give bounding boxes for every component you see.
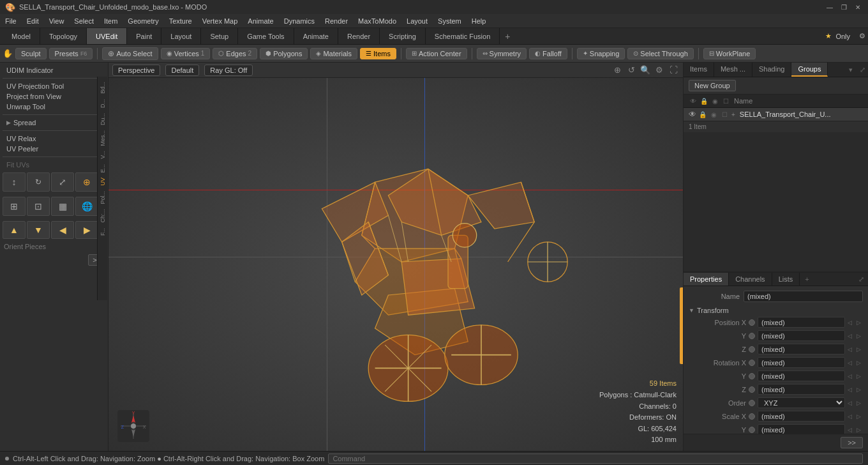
tab-groups[interactable]: Groups (791, 63, 828, 77)
viewport-fit-icon[interactable]: ⊕ (611, 65, 623, 76)
right-panel-expand[interactable]: ⤢ (857, 63, 868, 77)
menu-system[interactable]: System (433, 14, 467, 27)
menu-item[interactable]: Item (99, 14, 123, 27)
side-strip-uv[interactable]: UV (100, 175, 106, 188)
side-strip-chr[interactable]: Ch:... (100, 206, 106, 225)
falloff-button[interactable]: ◐ Falloff (529, 48, 567, 59)
arrow-left-btn[interactable]: ◀ (51, 221, 74, 239)
arrow-down-btn[interactable]: ▼ (27, 221, 50, 239)
side-strip-bd[interactable]: Bd... (100, 79, 106, 96)
menu-layout[interactable]: Layout (401, 14, 433, 27)
menu-file[interactable]: File (0, 14, 22, 27)
uv-grid-icon[interactable]: ⊡ (27, 197, 50, 216)
side-strip-e[interactable]: E... (100, 162, 106, 176)
maximize-button[interactable]: ❒ (839, 2, 849, 12)
right-tab-dropdown[interactable]: ▾ (845, 63, 857, 77)
order-select[interactable]: XYZ (758, 397, 845, 408)
rot-y-value[interactable]: (mixed) (758, 370, 845, 381)
item-eye-icon[interactable]: 👁 (689, 110, 696, 119)
rot-x-value[interactable]: (mixed) (758, 357, 845, 368)
auto-select-button[interactable]: ⊕ Auto Select (102, 47, 158, 60)
polygons-button[interactable]: ⬢ Polygons (260, 48, 308, 59)
props-tab-channels[interactable]: Channels (729, 273, 772, 286)
tab-topology[interactable]: Topology (40, 28, 87, 44)
scale-x-value[interactable]: (mixed) (758, 411, 845, 422)
tab-setup[interactable]: Setup (201, 28, 238, 44)
rotate-tool-icon[interactable]: ↻ (27, 172, 50, 192)
tab-schematic-fusion[interactable]: Schematic Fusion (426, 28, 500, 44)
grid-icon[interactable]: ⊞ (3, 197, 26, 216)
menu-help[interactable]: Help (467, 14, 491, 27)
props-tab-add[interactable]: + (800, 273, 814, 286)
side-strip-f[interactable]: F... (100, 225, 106, 238)
item-render-icon[interactable]: ☐ (720, 110, 729, 119)
minimize-button[interactable]: — (825, 2, 835, 12)
name-prop-input[interactable] (744, 291, 863, 302)
scale-tool-icon[interactable]: ⤢ (51, 172, 74, 192)
viewport-zoom-icon[interactable]: 🔍 (640, 65, 651, 76)
menu-vertex-map[interactable]: Vertex Map (197, 14, 243, 27)
props-expand-icon[interactable]: ⤢ (855, 273, 868, 286)
pos-y-value[interactable]: (mixed) (758, 330, 845, 341)
tab-uvedit[interactable]: UVEdit (87, 28, 127, 44)
menu-maxtomode[interactable]: MaxToModo (353, 14, 401, 27)
menu-view[interactable]: View (44, 14, 70, 27)
udim-indicator-tool[interactable]: UDIM Indicator (3, 65, 105, 75)
item-vis-icon[interactable]: ◉ (709, 110, 718, 119)
tab-render[interactable]: Render (338, 28, 380, 44)
symmetry-button[interactable]: ⇔ Symmetry (477, 48, 527, 59)
tab-items[interactable]: Items (684, 63, 714, 77)
perspective-dropdown[interactable]: Perspective (112, 65, 160, 76)
ray-gl-dropdown[interactable]: Ray GL: Off (204, 65, 253, 76)
side-strip-d[interactable]: D... (100, 96, 106, 111)
new-group-button[interactable]: New Group (689, 80, 736, 91)
uv-projection-tool[interactable]: UV Projection Tool (3, 81, 105, 91)
viewport-settings-icon[interactable]: ⚙ (654, 65, 665, 76)
tab-layout[interactable]: Layout (161, 28, 201, 44)
sculpt-icon[interactable]: ✋ (3, 49, 13, 58)
props-tab-properties[interactable]: Properties (684, 273, 729, 286)
side-strip-du[interactable]: Du... (100, 111, 106, 128)
command-input[interactable] (328, 454, 863, 464)
props-tab-lists[interactable]: Lists (772, 273, 800, 286)
side-strip-v[interactable]: V... (100, 148, 106, 162)
default-dropdown[interactable]: Default (165, 65, 199, 76)
pos-x-value[interactable]: (mixed) (758, 317, 845, 328)
sculpt-button[interactable]: Sculpt (15, 48, 47, 59)
spread-tool[interactable]: ▶ Spread (3, 118, 105, 128)
arrow-up-btn[interactable]: ▲ (3, 221, 26, 239)
transform-tool-icon[interactable]: ⊕ (75, 172, 98, 192)
item-name-label[interactable]: SELLA_Transport_Chair_U... (740, 111, 863, 118)
items-button[interactable]: ☰ Items (360, 48, 396, 59)
select-through-button[interactable]: ⊙ Select Through (627, 48, 693, 59)
edges-button[interactable]: ⬡ Edges 2 (213, 48, 257, 59)
side-strip-pol[interactable]: Pol... (100, 188, 106, 207)
uv-relax-tool[interactable]: UV Relax (3, 133, 105, 144)
side-strip-mes[interactable]: Mes... (100, 128, 106, 149)
arrow-right-btn[interactable]: ▶ (75, 221, 98, 239)
menu-edit[interactable]: Edit (22, 14, 44, 27)
pos-z-value[interactable]: (mixed) (758, 344, 845, 354)
materials-button[interactable]: ◈ Materials (310, 48, 357, 59)
tab-animate[interactable]: Animate (294, 28, 338, 44)
item-lock-icon[interactable]: 🔒 (698, 110, 707, 119)
tab-scripting[interactable]: Scripting (380, 28, 426, 44)
viewport-reset-icon[interactable]: ↺ (625, 65, 637, 76)
props-action-button[interactable]: >> (841, 437, 863, 448)
viewport-canvas[interactable]: Y X Z 59 Items Polygons : Catmull-Clark … (108, 78, 683, 451)
tab-mesh[interactable]: Mesh ... (714, 63, 752, 77)
checker-icon[interactable]: ▦ (51, 197, 74, 216)
menu-dynamics[interactable]: Dynamics (279, 14, 320, 27)
menu-render[interactable]: Render (320, 14, 353, 27)
menu-geometry[interactable]: Geometry (123, 14, 163, 27)
tab-model[interactable]: Model (3, 28, 40, 44)
close-button[interactable]: ✕ (853, 2, 863, 12)
tab-paint[interactable]: Paint (127, 28, 161, 44)
menu-animate[interactable]: Animate (243, 14, 278, 27)
scale-y-value[interactable]: (mixed) (758, 424, 845, 434)
presets-button[interactable]: Presets F6 (49, 48, 93, 59)
action-center-button[interactable]: ⊞ Action Center (406, 48, 467, 59)
move-tool-icon[interactable]: ↕ (3, 172, 26, 192)
viewport-maximize-icon[interactable]: ⛶ (668, 65, 679, 76)
menu-select[interactable]: Select (69, 14, 99, 27)
